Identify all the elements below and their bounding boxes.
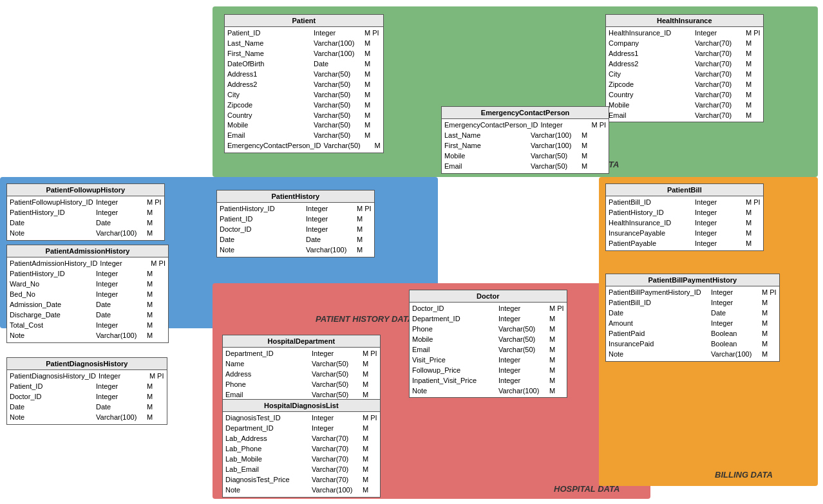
hospital-data-label: HOSPITAL DATA [554, 484, 620, 494]
table-patient-header: Patient [225, 15, 383, 27]
table-healthinsurance-body: HealthInsurance_IDIntegerM PI CompanyVar… [606, 27, 763, 122]
table-emergencycontact-body: EmergencyContactPerson_IDIntegerM PI Las… [442, 119, 609, 173]
table-patientbill-header: PatientBill [606, 184, 763, 196]
table-patientbill: PatientBill PatientBill_IDIntegerM PI Pa… [605, 183, 764, 251]
table-patientbillpayment-body: PatientBillPaymentHistory_IDIntegerM PI … [606, 286, 779, 361]
table-emergencycontact: EmergencyContactPerson EmergencyContactP… [441, 106, 609, 174]
table-hospitaldiagnosis-body: DiagnosisTest_IDIntegerM PI Department_I… [223, 412, 380, 497]
table-patientdiagnosis-header: PatientDiagnosisHistory [7, 358, 167, 370]
table-healthinsurance: HealthInsurance HealthInsurance_IDIntege… [605, 14, 764, 122]
table-patientfollowup-header: PatientFollowupHistory [7, 184, 164, 196]
table-doctor: Doctor Doctor_IDIntegerM PI Department_I… [409, 290, 567, 398]
table-patientfollowup-body: PatientFollowupHistory_IDIntegerM PI Pat… [7, 196, 164, 240]
table-doctor-body: Doctor_IDIntegerM PI Department_IDIntege… [410, 303, 567, 397]
table-doctor-header: Doctor [410, 290, 567, 303]
table-patientbill-body: PatientBill_IDIntegerM PI PatientHistory… [606, 196, 763, 250]
table-patientbillpayment: PatientBillPaymentHistory PatientBillPay… [605, 274, 780, 362]
table-hospitaldiagnosis: HospitalDiagnosisList DiagnosisTest_IDIn… [222, 399, 381, 498]
table-hospitaldiagnosis-header: HospitalDiagnosisList [223, 400, 380, 412]
table-patientadmission-body: PatientAdmissionHistory_IDIntegerM PI Pa… [7, 257, 168, 342]
table-patientadmission-header: PatientAdmissionHistory [7, 245, 168, 257]
table-patient-body: Patient_IDIntegerM PI Last_NameVarchar(1… [225, 27, 383, 153]
table-patienthistory-body: PatientHistory_IDIntegerM PI Patient_IDI… [217, 203, 374, 257]
table-patientfollowup: PatientFollowupHistory PatientFollowupHi… [6, 183, 165, 241]
table-patientdiagnosis: PatientDiagnosisHistory PatientDiagnosis… [6, 357, 167, 425]
table-hospitaldepartment-header: HospitalDepartment [223, 335, 380, 348]
table-patientdiagnosis-body: PatientDiagnosisHistory_IDIntegerM PI Pa… [7, 370, 167, 424]
table-patienthistory: PatientHistory PatientHistory_IDIntegerM… [216, 190, 375, 257]
table-patientbillpayment-header: PatientBillPaymentHistory [606, 274, 779, 286]
table-emergencycontact-header: EmergencyContactPerson [442, 107, 609, 119]
table-patient: Patient Patient_IDIntegerM PI Last_NameV… [224, 14, 384, 153]
table-patienthistory-header: PatientHistory [217, 191, 374, 203]
table-healthinsurance-header: HealthInsurance [606, 15, 763, 27]
billing-data-label: BILLING DATA [715, 470, 773, 480]
patient-history-label: PATIENT HISTORY DATA [316, 314, 413, 324]
table-patientadmission: PatientAdmissionHistory PatientAdmission… [6, 245, 169, 343]
